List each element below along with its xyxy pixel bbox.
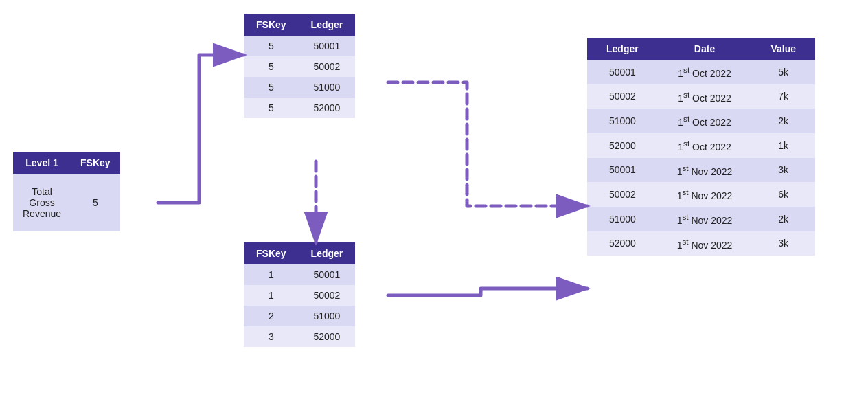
ledger-cell: 52000 <box>587 133 658 158</box>
value-header-ldv: Value <box>751 38 815 60</box>
arrow-bottom-to-ldv <box>388 288 587 295</box>
date-cell: 1st Nov 2022 <box>658 158 752 183</box>
value-cell: 3k <box>751 158 815 183</box>
fskey-cell: 1 <box>244 285 299 306</box>
date-cell: 1st Oct 2022 <box>658 109 752 133</box>
value-cell: 2k <box>751 109 815 133</box>
date-header-ldv: Date <box>658 38 752 60</box>
fskey-cell: 5 <box>244 77 299 98</box>
table-row: 1 50001 <box>244 264 355 285</box>
value-cell: 6k <box>751 182 815 207</box>
table-row: 52000 1st Nov 2022 3k <box>587 231 815 256</box>
fskey-cell: 2 <box>244 306 299 326</box>
table-ldv: Ledger Date Value 50001 1st Oct 2022 5k … <box>587 38 815 256</box>
ledger-cell: 50001 <box>587 158 658 183</box>
table-row: 51000 1st Nov 2022 2k <box>587 207 815 231</box>
value-cell: 7k <box>751 84 815 109</box>
table-row: 50001 1st Nov 2022 3k <box>587 158 815 183</box>
table-fskey-top: FSKey Ledger 5 50001 5 50002 5 51000 5 5… <box>244 14 355 118</box>
table-row: 1 50002 <box>244 285 355 306</box>
ledger-cell: 50002 <box>299 285 356 306</box>
value-cell: 5k <box>751 60 815 84</box>
ledger-cell: 50001 <box>587 60 658 84</box>
date-cell: 1st Nov 2022 <box>658 231 752 256</box>
table-row: 50002 1st Oct 2022 7k <box>587 84 815 109</box>
ledger-cell: 52000 <box>299 326 356 347</box>
value-cell: 1k <box>751 133 815 158</box>
level1-cell: TotalGrossRevenue <box>13 174 71 231</box>
table-row: 5 51000 <box>244 77 355 98</box>
fskey-cell-l1: 5 <box>71 174 120 231</box>
ledger-header-top: Ledger <box>299 14 356 36</box>
table-row: 3 52000 <box>244 326 355 347</box>
ledger-cell: 50001 <box>299 36 356 56</box>
table-level1: Level 1 FSKey TotalGrossRevenue 5 <box>13 152 120 231</box>
ledger-cell: 50002 <box>587 84 658 109</box>
ledger-header-ldv: Ledger <box>587 38 658 60</box>
fskey-header-top: FSKey <box>244 14 299 36</box>
table-row: 5 50001 <box>244 36 355 56</box>
arrow-level1-to-top <box>158 55 244 203</box>
table-row: 50002 1st Nov 2022 6k <box>587 182 815 207</box>
table-row: 50001 1st Oct 2022 5k <box>587 60 815 84</box>
table-row: 5 52000 <box>244 98 355 118</box>
ledger-header-bottom: Ledger <box>299 242 356 264</box>
table-row: 52000 1st Oct 2022 1k <box>587 133 815 158</box>
ledger-cell: 51000 <box>587 109 658 133</box>
table-fskey-bottom: FSKey Ledger 1 50001 1 50002 2 51000 3 5… <box>244 242 355 347</box>
table-row: 2 51000 <box>244 306 355 326</box>
arrow-top-to-ldv <box>388 82 587 206</box>
level1-header: Level 1 <box>13 152 71 174</box>
value-cell: 3k <box>751 231 815 256</box>
table-row: TotalGrossRevenue 5 <box>13 174 120 231</box>
ledger-cell: 52000 <box>587 231 658 256</box>
ledger-cell: 51000 <box>299 77 356 98</box>
page-container: Level 1 FSKey TotalGrossRevenue 5 FSKey … <box>0 0 868 408</box>
table-row: 51000 1st Oct 2022 2k <box>587 109 815 133</box>
fskey-header-bottom: FSKey <box>244 242 299 264</box>
table-row: 5 50002 <box>244 56 355 77</box>
ledger-cell: 51000 <box>587 207 658 231</box>
fskey-cell: 5 <box>244 56 299 77</box>
fskey-cell: 1 <box>244 264 299 285</box>
ledger-cell: 52000 <box>299 98 356 118</box>
value-cell: 2k <box>751 207 815 231</box>
date-cell: 1st Oct 2022 <box>658 133 752 158</box>
fskey-cell: 3 <box>244 326 299 347</box>
date-cell: 1st Nov 2022 <box>658 207 752 231</box>
ledger-cell: 50001 <box>299 264 356 285</box>
ledger-cell: 51000 <box>299 306 356 326</box>
fskey-cell: 5 <box>244 98 299 118</box>
date-cell: 1st Oct 2022 <box>658 60 752 84</box>
date-cell: 1st Nov 2022 <box>658 182 752 207</box>
fskey-header-l1: FSKey <box>71 152 120 174</box>
ledger-cell: 50002 <box>587 182 658 207</box>
ledger-cell: 50002 <box>299 56 356 77</box>
date-cell: 1st Oct 2022 <box>658 84 752 109</box>
fskey-cell: 5 <box>244 36 299 56</box>
